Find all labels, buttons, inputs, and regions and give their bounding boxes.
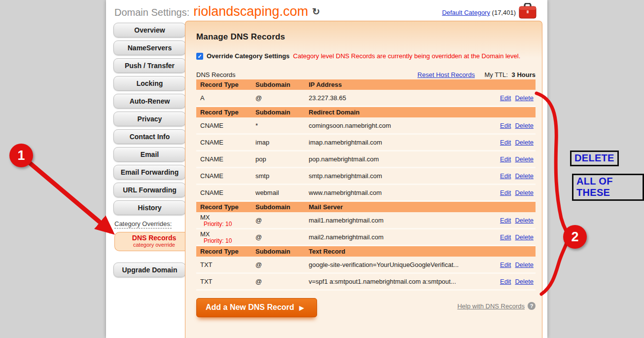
column-header-ip-address: IP Address <box>309 81 488 88</box>
delete-link[interactable]: Delete <box>515 139 534 146</box>
column-header-subdomain: Subdomain <box>255 81 309 88</box>
category-overrides-label: Category Overrides: <box>114 220 186 227</box>
table-section-header: Record TypeSubdomainRedirect Domain <box>196 107 536 117</box>
sidebar-item-email[interactable]: Email <box>113 147 186 162</box>
sidebar-item-push-transfer[interactable]: Push / Transfer <box>113 58 186 73</box>
record-subdomain: @ <box>255 278 309 285</box>
row-actions: EditDelete <box>488 189 536 196</box>
delete-link[interactable]: Delete <box>515 189 534 196</box>
delete-link[interactable]: Delete <box>515 172 534 180</box>
edit-link[interactable]: Edit <box>500 155 511 163</box>
site-page: Domain Settings: riolandscaping.com ↻ De… <box>106 0 547 338</box>
row-actions: EditDelete <box>488 122 536 129</box>
sidebar-item-contact-info[interactable]: Contact Info <box>113 129 186 144</box>
bottom-row: Add a New DNS Record ▶ Help with DNS Rec… <box>196 298 536 317</box>
delete-link[interactable]: Delete <box>515 261 534 268</box>
edit-link[interactable]: Edit <box>500 217 511 224</box>
column-header-subdomain: Subdomain <box>255 203 309 211</box>
record-type-cell: CNAME <box>200 189 255 196</box>
row-actions: EditDelete <box>488 155 536 163</box>
header-right: Default Category (17,401) <box>442 9 516 16</box>
default-category-link[interactable]: Default Category <box>442 9 490 16</box>
record-type-cell: CNAME <box>200 155 255 163</box>
column-header-mail-server: Mail Server <box>309 203 488 211</box>
row-actions: EditDelete <box>488 94 536 102</box>
sidebar-item-auto-renew[interactable]: Auto-Renew <box>113 94 186 109</box>
delete-link[interactable]: Delete <box>515 278 534 285</box>
records-bar: DNS Records Reset Host Records My TTL: 3… <box>196 71 536 78</box>
record-type-cell: CNAME <box>200 139 255 146</box>
sidebar-item-overview[interactable]: Overview <box>113 23 186 38</box>
row-actions: EditDelete <box>488 233 536 241</box>
record-subdomain: @ <box>255 261 309 268</box>
dns-records-tab-sublabel: category override <box>115 242 193 248</box>
record-subdomain: * <box>255 122 309 129</box>
edit-link[interactable]: Edit <box>500 139 511 146</box>
dns-records-label: DNS Records <box>196 71 235 78</box>
table-section-header: Record TypeSubdomainIP Address <box>196 79 536 90</box>
record-subdomain: imap <box>255 139 309 146</box>
edit-link[interactable]: Edit <box>500 261 511 268</box>
record-type: CNAME <box>200 122 255 129</box>
delete-link[interactable]: Delete <box>515 217 534 224</box>
table-row: TXT@google-site-verification=YourUniqueG… <box>196 257 536 274</box>
edit-link[interactable]: Edit <box>500 172 511 180</box>
dns-records-table: Record TypeSubdomainIP AddressA@23.227.3… <box>196 79 536 291</box>
edit-link[interactable]: Edit <box>500 278 511 285</box>
column-header-text-record: Text Record <box>309 248 488 255</box>
record-value: v=spf1 a:smtpout1.namebrightmail.com a:s… <box>309 278 488 285</box>
record-value: mail1.namebrightmail.com <box>309 217 488 224</box>
delete-link[interactable]: Delete <box>515 155 534 163</box>
row-actions: EditDelete <box>488 172 536 180</box>
sidebar-item-history[interactable]: History <box>113 200 186 215</box>
question-mark-icon[interactable]: ? <box>528 302 536 310</box>
delete-link[interactable]: Delete <box>515 94 534 102</box>
record-value: google-site-verification=YourUniqueGoogl… <box>309 261 488 268</box>
add-dns-record-button[interactable]: Add a New DNS Record ▶ <box>196 298 317 317</box>
edit-link[interactable]: Edit <box>500 233 511 241</box>
record-subdomain: pop <box>255 155 309 163</box>
toolbox-icon[interactable] <box>519 3 537 19</box>
record-priority-note: Priority: 10 <box>200 238 255 244</box>
record-value: comingsoon.namebright.com <box>309 122 488 129</box>
row-actions: EditDelete <box>488 139 536 146</box>
column-header-subdomain: Subdomain <box>255 109 309 116</box>
reset-host-records-link[interactable]: Reset Host Records <box>418 71 475 78</box>
sidebar-item-nameservers[interactable]: NameServers <box>113 40 186 55</box>
sidebar-item-email-forwarding[interactable]: Email Forwarding <box>113 165 186 180</box>
domain-name: riolandscaping.com <box>193 4 308 19</box>
record-type: CNAME <box>200 172 255 180</box>
sidebar-item-url-forwarding[interactable]: URL Forwarding <box>113 183 186 197</box>
ttl-value[interactable]: 3 Hours <box>512 71 536 78</box>
upgrade-domain-button[interactable]: Upgrade Domain <box>113 263 186 277</box>
delete-link[interactable]: Delete <box>515 233 534 241</box>
refresh-icon[interactable]: ↻ <box>312 6 320 17</box>
column-header-redirect-domain: Redirect Domain <box>309 109 488 116</box>
sidebar-item-privacy[interactable]: Privacy <box>113 112 186 126</box>
edit-link[interactable]: Edit <box>500 94 511 102</box>
column-header-subdomain: Subdomain <box>255 248 309 255</box>
table-row: TXT@v=spf1 a:smtpout1.namebrightmail.com… <box>196 274 536 291</box>
column-header-record-type: Record Type <box>200 81 255 88</box>
record-value: www.namebrightmail.com <box>309 189 488 196</box>
records-bar-right: Reset Host Records My TTL: 3 Hours <box>418 71 536 78</box>
dns-panel: Manage DNS Records ✓ Override Category S… <box>185 21 542 338</box>
page-title-label: Domain Settings: <box>114 7 189 18</box>
help-dns-records-link[interactable]: Help with DNS Records <box>457 302 525 310</box>
record-type: MX <box>200 214 255 221</box>
record-subdomain: smtp <box>255 172 309 180</box>
delete-link[interactable]: Delete <box>515 122 534 129</box>
table-section-header: Record TypeSubdomainText Record <box>196 246 536 257</box>
arrow-right-icon: ▶ <box>299 304 304 311</box>
override-checkbox[interactable]: ✓ <box>196 53 203 60</box>
sidebar-item-dns-records[interactable]: DNS Records category override <box>114 232 193 251</box>
record-type-cell: A <box>200 94 255 102</box>
edit-link[interactable]: Edit <box>500 122 511 129</box>
edit-link[interactable]: Edit <box>500 189 511 196</box>
table-section-header: Record TypeSubdomainMail Server <box>196 202 536 212</box>
override-checkbox-label: Override Category Settings <box>207 52 289 60</box>
record-value: imap.namebrightmail.com <box>309 139 488 146</box>
sidebar-item-locking[interactable]: Locking <box>113 76 186 91</box>
record-type: CNAME <box>200 139 255 146</box>
default-category-count: (17,401) <box>492 9 516 16</box>
